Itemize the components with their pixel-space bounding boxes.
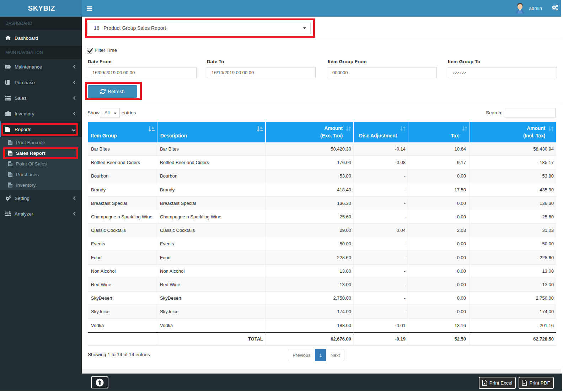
svg-text:x: x: [483, 382, 485, 385]
